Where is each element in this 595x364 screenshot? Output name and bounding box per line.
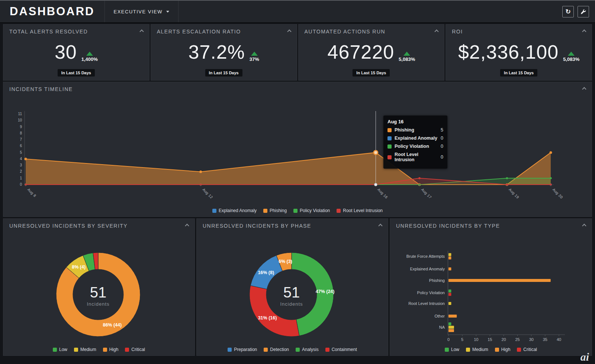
phase-legend: PreparationDetectionAnalysisContainment [197, 347, 388, 352]
bar-brute-force-attempts-high[interactable] [448, 257, 451, 260]
chevron-up-icon[interactable] [582, 87, 586, 91]
legend-label: Detection [270, 347, 289, 352]
bar-na-medium[interactable] [448, 326, 454, 329]
svg-text:Root Level Intrusion: Root Level Intrusion [408, 301, 445, 306]
legend-swatch [445, 348, 449, 352]
kpi-period-badge: In Last 15 Days [353, 69, 390, 77]
svg-text:25: 25 [515, 337, 520, 342]
view-selector[interactable]: EXECUTIVE VIEW [105, 1, 179, 22]
legend-item[interactable]: High [103, 347, 119, 352]
legend-item[interactable]: Policy Violation [293, 208, 330, 213]
legend-label: Root Level Intrusion [343, 208, 383, 213]
svg-text:Aug 20: Aug 20 [552, 188, 564, 199]
legend-item[interactable]: Explained Anomaly [212, 208, 257, 213]
svg-text:4: 4 [20, 157, 22, 161]
legend-label: High [109, 347, 119, 352]
svg-text:35: 35 [543, 337, 547, 342]
bar-phishing-high[interactable] [448, 279, 551, 282]
data-point[interactable] [550, 177, 552, 179]
kpi-delta: 5,083% [563, 56, 579, 62]
kpi-title: AUTOMATED ACTIONS RUN [305, 29, 386, 35]
data-point[interactable] [199, 170, 202, 173]
refresh-button[interactable]: ↻ [562, 6, 574, 17]
hover-point-zero [374, 183, 377, 186]
legend-swatch [495, 348, 499, 352]
svg-text:47% (24): 47% (24) [316, 289, 335, 294]
legend-item[interactable]: Medium [466, 347, 488, 352]
kpi-card-escalation-ratio: ALERTS ESCALATION RATIO 37.2% 37% In Las… [151, 24, 297, 81]
legend-swatch [212, 209, 216, 213]
data-point[interactable] [550, 151, 552, 154]
bar-other-high[interactable] [448, 315, 457, 318]
severity-donut-chart[interactable]: 86% (44)8% (4)51Incidents [3, 231, 195, 344]
tooltip-swatch [387, 136, 392, 140]
severity-legend: LowMediumHighCritical [3, 347, 194, 352]
bar-policy-violation-low[interactable] [448, 290, 451, 293]
legend-item[interactable]: Containment [325, 347, 357, 352]
kpi-trend: 5,083% [399, 52, 415, 62]
legend-swatch [263, 209, 267, 213]
legend-swatch [264, 348, 268, 352]
incidents-timeline-chart[interactable]: 01234567891011Aug 8Aug 12Aug 16Aug 17Aug… [3, 95, 592, 207]
chevron-up-icon[interactable] [139, 29, 144, 33]
legend-item[interactable]: Detection [264, 347, 289, 352]
legend-item[interactable]: Low [53, 347, 67, 352]
view-selector-label: EXECUTIVE VIEW [114, 9, 163, 14]
legend-item[interactable]: Critical [125, 347, 145, 352]
svg-text:1: 1 [20, 176, 22, 180]
svg-text:Phishing: Phishing [429, 278, 445, 283]
legend-item[interactable]: Analysis [296, 347, 319, 352]
kpi-trend: 1,400% [81, 52, 98, 62]
phase-donut-chart[interactable]: 47% (24)31% (16)16% (8)6% (3)51Incidents [197, 231, 389, 344]
legend-item[interactable]: Phishing [263, 208, 287, 213]
data-point[interactable] [506, 177, 508, 179]
legend-item[interactable]: Medium [74, 347, 96, 352]
phase-panel: UNRESOLVED INCIDENTS BY PHASE 47% (24)31… [196, 218, 388, 356]
legend-swatch [293, 209, 298, 213]
svg-text:20: 20 [501, 337, 506, 342]
data-point[interactable] [25, 157, 27, 160]
bar-brute-force-attempts-medium[interactable] [448, 253, 451, 256]
chevron-up-icon[interactable] [378, 224, 382, 228]
chevron-up-icon[interactable] [185, 224, 189, 228]
tooltip-series-value: 5 [441, 127, 443, 133]
legend-item[interactable]: Root Level Intrusion [337, 208, 383, 213]
bar-explained-anomaly-high[interactable] [448, 267, 451, 270]
legend-item[interactable]: Critical [517, 347, 537, 352]
data-point[interactable] [418, 177, 421, 179]
refresh-icon: ↻ [565, 9, 570, 15]
kpi-period-badge: In Last 15 Days [58, 69, 95, 77]
legend-item[interactable]: Preparation [228, 347, 257, 352]
settings-button[interactable] [578, 6, 589, 17]
legend-label: Preparation [234, 347, 257, 352]
tooltip-series-value: 0 [441, 155, 443, 160]
tooltip-series-label: Policy Violation [395, 144, 438, 149]
legend-item[interactable]: High [495, 347, 511, 352]
legend-item[interactable]: Low [445, 347, 459, 352]
svg-text:86% (44): 86% (44) [103, 322, 122, 328]
tooltip-swatch [387, 144, 392, 149]
type-bar-chart[interactable]: 0510152025303540Brute Force AttemptsExpl… [390, 231, 592, 344]
chevron-up-icon[interactable] [287, 29, 291, 33]
bar-na-low[interactable] [448, 322, 451, 325]
svg-text:40: 40 [557, 337, 561, 342]
svg-text:0: 0 [20, 182, 22, 186]
tooltip-series-label: Explained Anomaly [395, 136, 438, 141]
chevron-up-icon[interactable] [582, 224, 586, 228]
type-legend: LowMediumHighCritical [390, 347, 592, 352]
bar-root-level-intrusion-medium[interactable] [448, 302, 451, 305]
panel-title: UNRESOLVED INCIDENTS BY TYPE [396, 223, 500, 229]
trend-up-icon [568, 52, 575, 56]
kpi-title: TOTAL ALERTS RESOLVED [9, 29, 88, 35]
bar-na-high[interactable] [448, 329, 454, 332]
svg-text:Explained Anomaly: Explained Anomaly [410, 267, 445, 271]
incidents-timeline-panel: INCIDENTS TIMELINE 01234567891011Aug 8Au… [3, 82, 592, 217]
legend-label: Phishing [270, 208, 287, 213]
svg-text:51: 51 [90, 284, 107, 300]
svg-text:Aug 12: Aug 12 [202, 188, 213, 199]
svg-text:16% (8): 16% (8) [258, 270, 274, 275]
chevron-up-icon[interactable] [435, 29, 439, 33]
chevron-up-icon[interactable] [582, 29, 586, 33]
kpi-row: TOTAL ALERTS RESOLVED 30 1,400% In Last … [3, 24, 592, 81]
bar-policy-violation-critical[interactable] [448, 293, 451, 296]
